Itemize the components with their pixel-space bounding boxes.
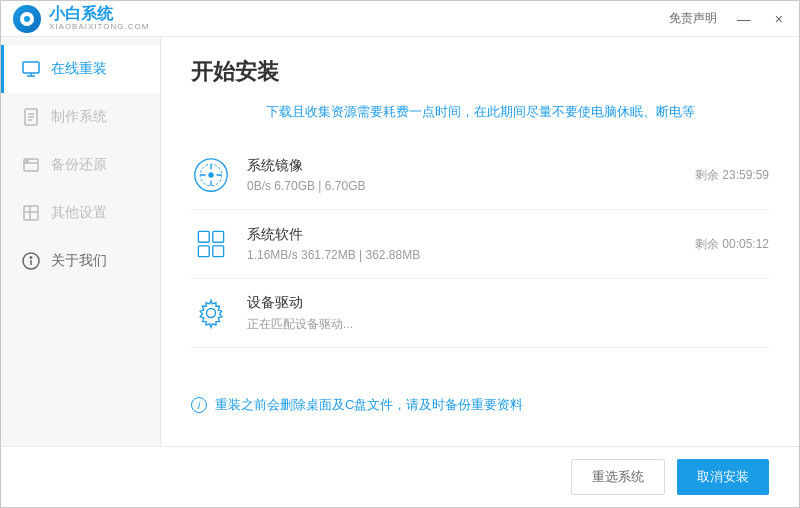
sidebar-label-about-us: 关于我们: [51, 252, 107, 270]
sidebar-label-online-reinstall: 在线重装: [51, 60, 107, 78]
svg-rect-0: [23, 62, 39, 73]
download-list: 系统镜像 0B/s 6.70GB | 6.70GB 剩余 23:59:59: [191, 141, 769, 384]
titlebar-right: 免责声明 — ×: [669, 10, 787, 27]
system-software-info: 系统软件 1.16MB/s 361.72MB | 362.88MB: [247, 226, 679, 262]
content-area: 开始安装 下载且收集资源需要耗费一点时间，在此期间尽量不要使电脑休眠、断电等: [161, 37, 799, 446]
svg-rect-10: [24, 206, 38, 220]
warning-icon: i: [191, 397, 207, 413]
download-item-system-image: 系统镜像 0B/s 6.70GB | 6.70GB 剩余 23:59:59: [191, 141, 769, 210]
sidebar-item-online-reinstall[interactable]: 在线重装: [1, 45, 160, 93]
warning-notice: i 重装之前会删除桌面及C盘文件，请及时备份重要资料: [191, 384, 769, 426]
disclaimer-link[interactable]: 免责声明: [669, 10, 717, 27]
system-software-title: 系统软件: [247, 226, 679, 244]
device-driver-icon: [191, 293, 231, 333]
make-system-icon: [21, 107, 41, 127]
titlebar: 小白系统 XIAOBAIXITONG.COM 免责声明 — ×: [1, 1, 799, 37]
titlebar-left: 小白系统 XIAOBAIXITONG.COM: [13, 5, 149, 33]
svg-point-18: [208, 172, 213, 177]
sidebar-item-make-system: 制作系统: [1, 93, 160, 141]
online-reinstall-icon: [21, 59, 41, 79]
main-window: 小白系统 XIAOBAIXITONG.COM 免责声明 — × 在线重装: [0, 0, 800, 508]
sidebar-label-other-settings: 其他设置: [51, 204, 107, 222]
svg-rect-21: [198, 246, 209, 257]
main-layout: 在线重装 制作系统: [1, 37, 799, 446]
sidebar-item-other-settings: 其他设置: [1, 189, 160, 237]
system-image-time: 剩余 23:59:59: [695, 167, 769, 184]
sidebar: 在线重装 制作系统: [1, 37, 161, 446]
logo-icon: [13, 5, 41, 33]
footer: 重选系统 取消安装: [1, 446, 799, 507]
device-driver-info: 设备驱动 正在匹配设备驱动...: [247, 294, 753, 333]
svg-point-23: [207, 309, 216, 318]
minimize-button[interactable]: —: [733, 11, 755, 27]
system-image-icon: [191, 155, 231, 195]
system-software-icon: [191, 224, 231, 264]
page-title: 开始安装: [191, 57, 769, 87]
svg-rect-19: [198, 231, 209, 242]
svg-rect-20: [213, 231, 224, 242]
download-item-system-software: 系统软件 1.16MB/s 361.72MB | 362.88MB 剩余 00:…: [191, 210, 769, 279]
warning-text: 重装之前会删除桌面及C盘文件，请及时备份重要资料: [215, 396, 523, 414]
system-image-title: 系统镜像: [247, 157, 679, 175]
close-button[interactable]: ×: [771, 11, 787, 27]
brand-text: 小白系统 XIAOBAIXITONG.COM: [49, 6, 149, 31]
system-software-time: 剩余 00:05:12: [695, 236, 769, 253]
cancel-install-button[interactable]: 取消安装: [677, 459, 769, 495]
svg-point-15: [30, 257, 32, 259]
download-item-device-driver: 设备驱动 正在匹配设备驱动...: [191, 279, 769, 348]
notice-text: 下载且收集资源需要耗费一点时间，在此期间尽量不要使电脑休眠、断电等: [191, 103, 769, 121]
sidebar-item-about-us[interactable]: 关于我们: [1, 237, 160, 285]
svg-rect-22: [213, 246, 224, 257]
system-image-subtitle: 0B/s 6.70GB | 6.70GB: [247, 179, 679, 193]
system-software-subtitle: 1.16MB/s 361.72MB | 362.88MB: [247, 248, 679, 262]
other-settings-icon: [21, 203, 41, 223]
sidebar-label-backup-restore: 备份还原: [51, 156, 107, 174]
device-driver-subtitle: 正在匹配设备驱动...: [247, 316, 753, 333]
brand-name: 小白系统: [49, 6, 149, 22]
system-image-info: 系统镜像 0B/s 6.70GB | 6.70GB: [247, 157, 679, 193]
about-us-icon: [21, 251, 41, 271]
sidebar-label-make-system: 制作系统: [51, 108, 107, 126]
sidebar-item-backup-restore: 备份还原: [1, 141, 160, 189]
svg-point-9: [26, 160, 28, 162]
reselect-button[interactable]: 重选系统: [571, 459, 665, 495]
device-driver-title: 设备驱动: [247, 294, 753, 312]
backup-restore-icon: [21, 155, 41, 175]
brand-sub: XIAOBAIXITONG.COM: [49, 22, 149, 31]
